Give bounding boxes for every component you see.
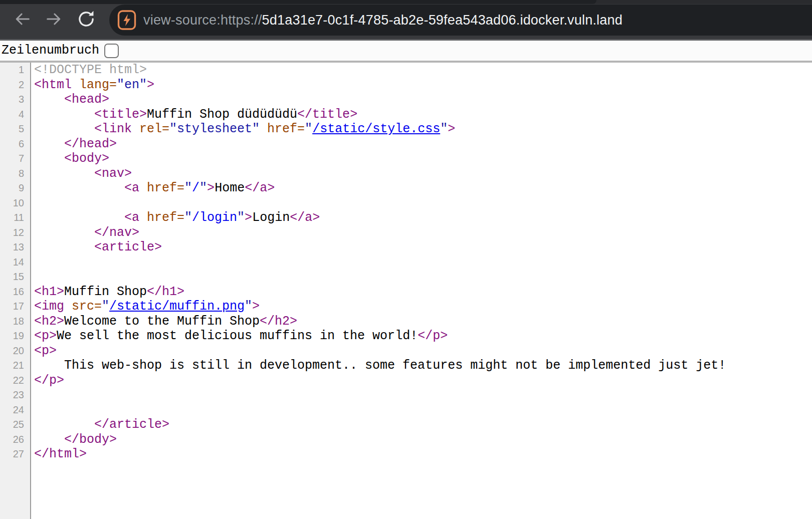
browser-toolbar: view-source:https://5d1a31e7-0c1f-4785-a… — [0, 0, 812, 41]
source-token: </nav> — [34, 225, 139, 240]
source-line-content: </p> — [31, 373, 64, 388]
source-link[interactable]: / — [192, 181, 199, 195]
source-line: 13 <article> — [0, 240, 812, 255]
source-token: </html> — [34, 447, 87, 461]
source-token: " — [305, 122, 312, 136]
source-token: " — [184, 181, 192, 195]
source-line: 18<h2>Welcome to the Muffin Shop</h2> — [0, 314, 812, 329]
reload-icon — [76, 9, 97, 30]
source-line: 9 <a href="/">Home</a> — [0, 181, 812, 196]
source-token: <link — [34, 122, 139, 136]
line-number: 8 — [0, 166, 31, 181]
source-token: href= — [260, 122, 305, 136]
source-line: 24 — [0, 403, 812, 418]
source-link[interactable]: /static/style.css — [312, 122, 440, 136]
source-token: <a — [34, 181, 147, 195]
source-token: "stylesheet" — [169, 122, 260, 136]
source-line: 11 <a href="/login">Login</a> — [0, 210, 812, 225]
source-line: 26 </body> — [0, 432, 812, 447]
source-token: <a — [34, 210, 147, 225]
line-number: 21 — [0, 358, 31, 373]
source-line: 23 — [0, 388, 812, 403]
source-link[interactable]: /static/muffin.png — [109, 299, 245, 314]
line-wrap-checkbox[interactable] — [104, 44, 119, 58]
url-text: view-source:https://5d1a31e7-0c1f-4785-a… — [143, 13, 623, 28]
source-line: 22</p> — [0, 373, 812, 388]
source-line-content: <nav> — [31, 166, 132, 181]
source-token: "en" — [117, 78, 147, 92]
line-number: 15 — [0, 270, 31, 285]
line-number: 6 — [0, 137, 31, 152]
source-token: <h1> — [34, 285, 64, 299]
source-token: </title> — [297, 107, 357, 122]
line-number: 1 — [0, 63, 31, 78]
source-line-content: <body> — [31, 151, 109, 166]
source-line: 2<html lang="en"> — [0, 78, 812, 93]
source-token: " — [245, 299, 252, 314]
line-number: 17 — [0, 299, 31, 314]
source-token: > — [245, 210, 252, 225]
line-number: 2 — [0, 78, 31, 93]
source-line-content: </body> — [31, 432, 117, 447]
source-link[interactable]: /login — [192, 210, 237, 225]
source-token: </head> — [34, 137, 117, 151]
source-token: </article> — [34, 417, 169, 432]
source-token: " — [440, 122, 448, 136]
source-token: " — [237, 210, 245, 225]
url-host: 5d1a31e7-0c1f-4785-ab2e-59fea543ad06.ido… — [262, 13, 623, 28]
source-token: > — [147, 78, 154, 92]
back-arrow-icon — [12, 9, 32, 29]
line-wrap-bar: Zeilenumbruch — [0, 41, 812, 63]
url-bar[interactable]: view-source:https://5d1a31e7-0c1f-4785-a… — [109, 5, 812, 36]
source-token: Welcome to the Muffin Shop — [64, 314, 260, 329]
source-token: Login — [252, 210, 290, 225]
source-line: 21 This web-shop is still in development… — [0, 358, 812, 373]
reload-button[interactable] — [72, 5, 100, 33]
source-line: 5 <link rel="stylesheet" href="/static/s… — [0, 122, 812, 137]
source-line: 19<p>We sell the most delicious muffins … — [0, 329, 812, 344]
source-line: 20<p> — [0, 344, 812, 359]
line-wrap-label: Zeilenumbruch — [2, 41, 99, 61]
source-line-content: <p>We sell the most delicious muffins in… — [31, 329, 448, 344]
source-line-content: <img src="/static/muffin.png"> — [31, 299, 260, 314]
source-line-content: <head> — [31, 92, 109, 107]
line-number: 12 — [0, 225, 31, 240]
source-token: <!DOCTYPE html> — [34, 63, 147, 77]
source-line: 12 </nav> — [0, 225, 812, 240]
source-line: 27</html> — [0, 447, 812, 462]
line-number: 26 — [0, 432, 31, 447]
active-tab-edge — [0, 0, 596, 4]
source-token: <p> — [34, 329, 57, 343]
source-token: Home — [215, 181, 245, 195]
source-line: 16<h1>Muffin Shop</h1> — [0, 285, 812, 300]
line-number: 13 — [0, 240, 31, 255]
source-token: <head> — [34, 92, 109, 107]
source-line-content: <!DOCTYPE html> — [31, 63, 147, 78]
source-token: <nav> — [34, 166, 132, 181]
source-token: " — [199, 181, 207, 195]
source-token: <html — [34, 78, 79, 92]
source-token: > — [252, 299, 260, 314]
source-line-content: </html> — [31, 447, 87, 462]
source-token: <body> — [34, 151, 109, 166]
source-token: src= — [72, 299, 102, 314]
forward-button[interactable] — [40, 5, 68, 33]
source-token: </a> — [290, 210, 320, 225]
lightning-extension-icon[interactable] — [117, 10, 136, 31]
line-number: 4 — [0, 107, 31, 122]
url-scheme: view-source:https:// — [143, 13, 262, 28]
line-number: 23 — [0, 388, 31, 403]
source-token: lang= — [79, 78, 117, 92]
source-line: 3 <head> — [0, 92, 812, 107]
source-line: 4 <title>Muffin Shop düdüdüdü</title> — [0, 107, 812, 122]
source-line-content: <title>Muffin Shop düdüdüdü</title> — [31, 107, 357, 122]
back-button[interactable] — [8, 5, 36, 33]
source-token: <h2> — [34, 314, 64, 329]
line-number: 3 — [0, 92, 31, 107]
source-token: <img — [34, 299, 72, 314]
line-number: 22 — [0, 373, 31, 388]
line-number: 5 — [0, 122, 31, 137]
source-line: 17<img src="/static/muffin.png"> — [0, 299, 812, 314]
line-number: 14 — [0, 255, 31, 270]
source-token: <title> — [34, 107, 147, 122]
